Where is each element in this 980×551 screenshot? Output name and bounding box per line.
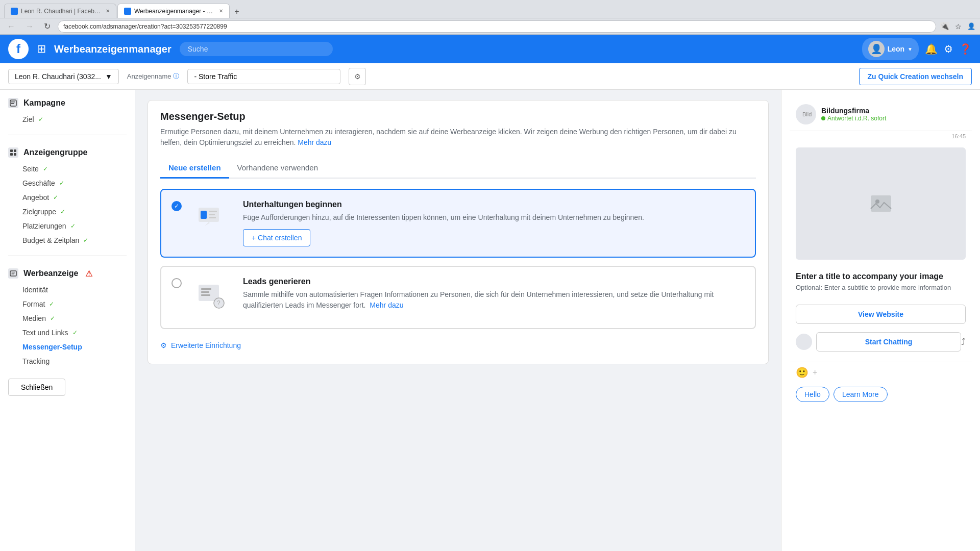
tab-favicon-2 bbox=[124, 8, 131, 15]
leads-option-title: Leads generieren bbox=[243, 277, 745, 286]
browser-icons: 🔌 ☆ 👤 bbox=[940, 22, 976, 31]
sidebar-close: Schließen bbox=[0, 372, 135, 402]
ziel-check-icon: ✓ bbox=[38, 116, 43, 123]
back-button[interactable]: ← bbox=[4, 21, 18, 32]
mehr-dazu-link[interactable]: Mehr dazu bbox=[298, 138, 331, 146]
sidebar-item-tracking[interactable]: Tracking bbox=[8, 354, 127, 368]
sidebar-item-seite[interactable]: Seite ✓ bbox=[8, 162, 127, 176]
avatar: 👤 bbox=[868, 41, 885, 57]
anzeigenname-input[interactable] bbox=[187, 69, 340, 84]
svg-text:Bild: Bild bbox=[802, 111, 812, 117]
quick-reply-hello[interactable]: Hello bbox=[796, 387, 829, 402]
content-area: Messenger-Setup Ermutige Personen dazu, … bbox=[135, 90, 781, 551]
tab-1[interactable]: Leon R. Chaudhari | Facebook ✕ bbox=[4, 4, 116, 18]
advanced-setup[interactable]: ⚙ Erweiterte Einrichtung bbox=[160, 337, 756, 354]
share-icon[interactable]: ⤴ bbox=[961, 337, 966, 347]
svg-rect-3 bbox=[10, 149, 13, 152]
option-card-chat[interactable]: Unterhaltungen beginnen Füge Aufforderun… bbox=[160, 189, 756, 258]
messenger-setup-card: Messenger-Setup Ermutige Personen dazu, … bbox=[148, 100, 769, 364]
account-dropdown-arrow: ▼ bbox=[105, 72, 112, 81]
radio-leads[interactable] bbox=[172, 278, 182, 288]
tab-label-2: Werbeanzeigenmanager - Cre... bbox=[134, 8, 216, 15]
search-container bbox=[180, 42, 854, 56]
address-bar[interactable]: facebook.com/adsmanager/creation?act=303… bbox=[58, 20, 936, 33]
sidebar-item-platzierungen[interactable]: Platzierungen ✓ bbox=[8, 219, 127, 233]
preview-start-chatting-row: Start Chatting ⤴ bbox=[796, 328, 966, 356]
medien-check-icon: ✓ bbox=[50, 315, 55, 322]
sidebar-section-kampagne: Kampagne Ziel ✓ bbox=[0, 90, 135, 131]
account-selector[interactable]: Leon R. Chaudhari (3032... ▼ bbox=[8, 69, 119, 84]
svg-rect-7 bbox=[10, 271, 16, 276]
settings-icon[interactable]: ⚙ bbox=[944, 43, 953, 55]
budget-label: Budget & Zeitplan bbox=[22, 236, 79, 244]
sidebar-item-medien[interactable]: Medien ✓ bbox=[8, 311, 127, 325]
preview-emoji-row: 🙂 + bbox=[790, 362, 972, 383]
identitaet-label: Identität bbox=[22, 286, 48, 294]
chat-create-button[interactable]: + Chat erstellen bbox=[243, 229, 310, 246]
werbeanzeige-label: Werbeanzeige bbox=[23, 269, 78, 278]
extensions-icon[interactable]: 🔌 bbox=[940, 22, 949, 31]
sidebar-item-text-links[interactable]: Text und Links ✓ bbox=[8, 325, 127, 340]
refresh-button[interactable]: ↻ bbox=[41, 20, 54, 32]
preview-logo bbox=[796, 334, 812, 350]
quick-creation-button[interactable]: Zu Quick Creation wechseln bbox=[859, 68, 972, 85]
add-emoji-plus: + bbox=[813, 368, 817, 377]
seite-check-icon: ✓ bbox=[43, 165, 48, 172]
svg-rect-21 bbox=[871, 195, 891, 212]
preview-content: Bild Bildungsfirma Antwortet i.d.R. sofo… bbox=[781, 90, 980, 414]
tab-favicon-1 bbox=[11, 8, 18, 15]
section-title: Messenger-Setup bbox=[160, 111, 756, 122]
card-body: Messenger-Setup Ermutige Personen dazu, … bbox=[148, 101, 768, 364]
apps-icon[interactable]: ⊞ bbox=[37, 42, 46, 56]
tab-neue-erstellen[interactable]: Neue erstellen bbox=[160, 158, 229, 179]
user-button[interactable]: 👤 Leon ▼ bbox=[862, 38, 919, 60]
tab-2[interactable]: Werbeanzeigenmanager - Cre... ✕ bbox=[117, 4, 230, 18]
quick-reply-learn-more[interactable]: Learn More bbox=[834, 387, 888, 402]
preview-text-area: Enter a title to accompany your image Op… bbox=[790, 266, 972, 298]
close-button[interactable]: Schließen bbox=[8, 379, 65, 396]
preview-start-chatting-btn[interactable]: Start Chatting bbox=[816, 332, 961, 352]
svg-rect-5 bbox=[10, 153, 13, 156]
tab-close-2[interactable]: ✕ bbox=[219, 8, 223, 14]
zielgruppe-label: Zielgruppe bbox=[22, 208, 56, 216]
kampagne-icon bbox=[8, 98, 18, 108]
search-input[interactable] bbox=[180, 42, 333, 56]
preview-ad-header: Bild Bildungsfirma Antwortet i.d.R. sofo… bbox=[790, 98, 972, 131]
notifications-icon[interactable]: 🔔 bbox=[925, 43, 938, 55]
help-icon[interactable]: ❓ bbox=[959, 43, 972, 55]
sidebar-item-budget[interactable]: Budget & Zeitplan ✓ bbox=[8, 233, 127, 247]
sidebar-item-ziel[interactable]: Ziel ✓ bbox=[8, 112, 127, 127]
geschaefte-check-icon: ✓ bbox=[59, 180, 64, 187]
sidebar-item-zielgruppe[interactable]: Zielgruppe ✓ bbox=[8, 205, 127, 219]
tab-vorhandene-verwenden[interactable]: Vorhandene verwenden bbox=[229, 158, 326, 179]
text-links-label: Text und Links bbox=[22, 329, 68, 337]
chat-option-desc: Füge Aufforderungen hinzu, auf die Inter… bbox=[243, 212, 644, 223]
bookmark-icon[interactable]: ☆ bbox=[953, 22, 963, 31]
tab-close-1[interactable]: ✕ bbox=[106, 8, 110, 14]
preview-subtitle: Optional: Enter a subtitle to provide mo… bbox=[796, 283, 966, 292]
preview-image bbox=[796, 147, 966, 260]
text-links-check-icon: ✓ bbox=[72, 329, 78, 336]
preview-company-info: Bildungsfirma Antwortet i.d.R. sofort bbox=[821, 107, 886, 122]
settings-button[interactable]: ⚙ bbox=[349, 68, 366, 85]
budget-check-icon: ✓ bbox=[83, 237, 88, 244]
sidebar-item-identitaet[interactable]: Identität bbox=[8, 283, 127, 297]
sidebar-item-format[interactable]: Format ✓ bbox=[8, 297, 127, 311]
zielgruppe-check-icon: ✓ bbox=[60, 208, 65, 215]
forward-button[interactable]: → bbox=[22, 21, 37, 32]
new-tab-button[interactable]: + bbox=[231, 6, 243, 18]
sidebar-item-messenger-setup[interactable]: Messenger-Setup bbox=[8, 340, 127, 354]
svg-rect-15 bbox=[201, 291, 209, 293]
preview-view-website-btn[interactable]: View Website bbox=[796, 305, 966, 324]
leads-mehr-dazu-link[interactable]: Mehr dazu bbox=[370, 301, 403, 309]
admanager-header: Leon R. Chaudhari (3032... ▼ Anzeigennam… bbox=[0, 63, 980, 90]
svg-rect-14 bbox=[201, 288, 211, 290]
profile-icon[interactable]: 👤 bbox=[967, 22, 976, 31]
radio-chat[interactable] bbox=[172, 201, 182, 211]
sidebar-item-geschaefte[interactable]: Geschäfte ✓ bbox=[8, 176, 127, 190]
option-card-leads[interactable]: ? Leads generieren Sammle mithilfe von a… bbox=[160, 266, 756, 329]
browser-chrome: Leon R. Chaudhari | Facebook ✕ Werbeanze… bbox=[0, 0, 980, 18]
sidebar-item-angebot[interactable]: Angebot ✓ bbox=[8, 190, 127, 205]
preview-company-avatar: Bild bbox=[796, 104, 816, 124]
svg-rect-1 bbox=[11, 102, 15, 103]
